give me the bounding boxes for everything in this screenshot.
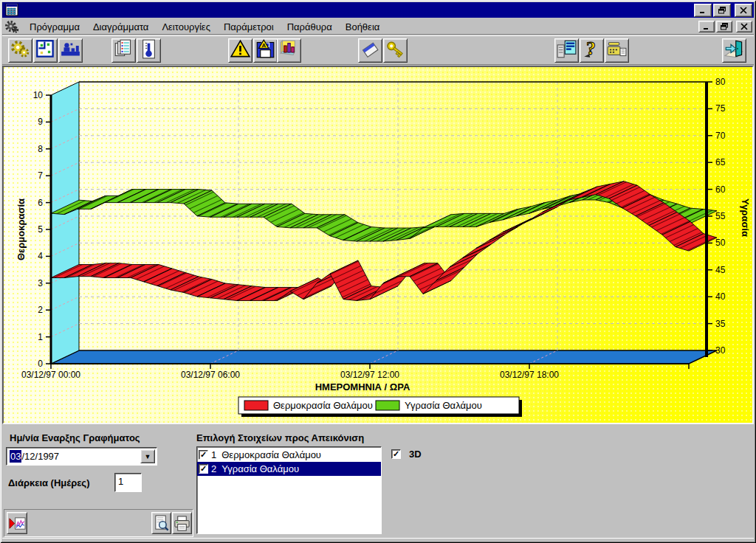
alarm-warning-icon	[230, 39, 250, 62]
menu-item-4[interactable]: Παράμετροι	[217, 20, 281, 34]
threed-checkbox[interactable]: ✓	[391, 449, 401, 459]
start-date-label: Ημ/νία Εναρξης Γραφήματος	[10, 432, 140, 443]
menu-item-3[interactable]: Λειτουργίες	[155, 20, 217, 34]
toolbar-button-chart-3d[interactable]	[277, 38, 301, 63]
x-axis-tick-label: 03/12/97 12:00	[340, 370, 399, 380]
date-rest-text: /12/1997	[21, 451, 59, 462]
machines-icon	[61, 39, 80, 62]
right-axis-tick-label: 70	[715, 131, 726, 141]
toolbar-button-alarm-warning[interactable]	[228, 38, 252, 63]
x-axis-tick-label: 03/12/97 18:00	[500, 370, 559, 380]
x-axis-title: ΗΜΕΡΟΜΗΝΙΑ / ΩΡΑ	[315, 381, 410, 392]
toolbar-button-erase[interactable]	[358, 38, 382, 63]
thermometer-icon	[139, 39, 159, 62]
exit-icon	[724, 39, 744, 62]
legend-swatch-1	[244, 401, 268, 410]
legend-label-2: Υγρασία Θαλάμου	[405, 400, 482, 411]
menu-item-5[interactable]: Παράθυρα	[281, 20, 339, 34]
threed-label: 3D	[409, 449, 422, 460]
series-item-number: 1	[211, 449, 216, 460]
series-checkbox-1[interactable]: ✓	[199, 450, 208, 460]
erase-icon	[360, 39, 380, 62]
toolbar-button-help[interactable]: ?	[580, 38, 604, 63]
access-key-icon	[385, 39, 405, 62]
legend-swatch-2	[376, 401, 399, 410]
mdi-window-buttons	[697, 21, 754, 32]
left-axis-tick-label: 3	[38, 278, 43, 288]
chart-3d-icon	[279, 39, 299, 62]
right-axis-tick-label: 45	[715, 265, 726, 275]
right-axis-tick-label: 50	[715, 238, 726, 248]
toolbar-button-access-key[interactable]	[383, 38, 408, 63]
svg-text:A: A	[261, 42, 266, 49]
series-list-item-2[interactable]: ✓2Υγρασία Θαλάμου	[197, 462, 381, 476]
x-axis-tick-label: 03/12/97 06:00	[181, 370, 240, 380]
print-button[interactable]	[172, 512, 192, 534]
series-checkbox-2[interactable]: ✓	[199, 464, 208, 474]
right-axis-tick-label: 35	[715, 319, 726, 329]
toolbar-button-fax[interactable]	[605, 38, 629, 63]
fax-icon	[607, 39, 627, 62]
app-window: ΠρόγραμμαΔιαγράμματαΛειτουργίεςΠαράμετρο…	[0, 0, 756, 543]
status-bar	[2, 538, 754, 542]
settings-gears-icon	[10, 39, 30, 62]
chart-3d-walls	[51, 82, 717, 364]
series-list-item-1[interactable]: ✓1Θερμοκρασία Θαλάμου	[197, 448, 381, 462]
start-date-combobox[interactable]: 03/12/1997 ▼	[6, 447, 157, 466]
legend-label-1: Θερμοκρασία Θαλάμου	[273, 400, 373, 411]
gear-icon	[4, 19, 18, 33]
toolbar-button-floor-plan[interactable]	[33, 38, 58, 63]
series-item-label: Υγρασία Θαλάμου	[221, 463, 299, 474]
toolbar-button-settings-gears[interactable]	[8, 38, 32, 63]
right-axis-tick-label: 55	[715, 211, 726, 221]
close-button[interactable]	[735, 4, 752, 17]
chart-legend: Θερμοκρασία ΘαλάμουΥγρασία Θαλάμου	[238, 397, 522, 417]
date-selected-text: 03	[10, 450, 21, 463]
report-list-icon	[114, 39, 134, 62]
mdi-close-button[interactable]	[736, 21, 752, 32]
right-axis-tick-label: 75	[715, 103, 726, 114]
right-axis-title: Υγρασία	[740, 198, 751, 237]
combobox-dropdown-button[interactable]: ▼	[140, 449, 155, 463]
duration-label: Διάρκεια (Ημέρες)	[8, 477, 89, 488]
right-axis-tick-label: 65	[715, 157, 726, 167]
menu-bar: ΠρόγραμμαΔιαγράμματαΛειτουργίεςΠαράμετρο…	[2, 18, 754, 35]
left-axis-tick-label: 6	[38, 198, 43, 208]
left-axis-tick-label: 5	[38, 224, 43, 235]
right-axis-tick-label: 60	[715, 184, 726, 195]
draw-chart-button[interactable]	[7, 512, 27, 534]
print-preview-button[interactable]	[151, 512, 171, 534]
mdi-minimize-button[interactable]	[698, 21, 715, 32]
duration-input[interactable]: 1	[114, 473, 142, 492]
right-axis-tick-label: 40	[715, 291, 726, 302]
threed-option: ✓ 3D	[391, 449, 422, 460]
x-axis-tick-label: 03/12/97 00:00	[21, 370, 80, 380]
chart-grid	[79, 82, 707, 364]
series-listbox[interactable]: ✓1Θερμοκρασία Θαλάμου✓2Υγρασία Θαλάμου	[196, 446, 382, 534]
toolbar-button-report-list[interactable]	[111, 38, 136, 63]
toolbar-button-thermometer[interactable]	[137, 38, 161, 63]
mdi-restore-button[interactable]	[716, 21, 732, 32]
left-axis-tick-label: 8	[38, 144, 43, 154]
toolbar-button-machines[interactable]	[58, 38, 83, 63]
right-axis-tick-label: 80	[715, 77, 726, 87]
ribbon-segment	[450, 244, 491, 267]
toolbar-button-exit[interactable]	[722, 38, 746, 63]
help-icon: ?	[582, 39, 602, 62]
ribbon-segment	[463, 235, 504, 257]
toolbar-button-alarm-save[interactable]: A	[253, 38, 278, 63]
restore-button[interactable]	[713, 4, 731, 17]
chart-actions-strip	[4, 509, 193, 537]
minimize-button[interactable]	[694, 4, 712, 17]
toolbar-button-plc-monitor[interactable]	[554, 38, 579, 63]
title-bar	[2, 2, 754, 18]
left-axis-title: Θερμοκρασία	[16, 198, 27, 260]
ribbon-segment	[436, 254, 478, 280]
left-axis-tick-label: 2	[38, 305, 43, 315]
menu-item-1[interactable]: Πρόγραμμα	[23, 20, 86, 34]
control-panel: Ημ/νία Εναρξης Γραφήματος 03/12/1997 ▼ Δ…	[2, 426, 754, 538]
menu-item-2[interactable]: Διαγράμματα	[86, 20, 155, 34]
menu-item-6[interactable]: Βοήθεια	[339, 20, 387, 34]
left-axis-tick-label: 0	[38, 359, 43, 369]
left-axis-tick-label: 4	[38, 251, 43, 261]
